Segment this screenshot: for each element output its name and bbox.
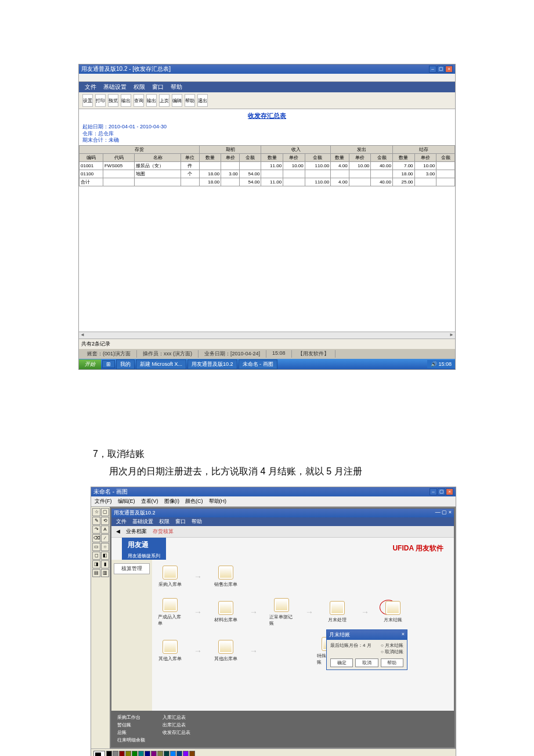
task-item[interactable]: 用友通普及版10.2: [187, 359, 237, 369]
picker-icon[interactable]: ↷: [92, 525, 100, 534]
tool-edit[interactable]: 编辑: [172, 94, 182, 107]
color-swatch[interactable]: [170, 751, 176, 756]
minimize-button[interactable]: –: [429, 66, 436, 73]
polygon-icon[interactable]: ▮: [101, 560, 109, 568]
tool-query[interactable]: 查询: [134, 94, 144, 107]
link-ar-detail-balance[interactable]: 往来明细余额: [117, 737, 145, 743]
tool-setup[interactable]: 设置: [82, 94, 93, 107]
brush-icon[interactable]: ▭: [92, 543, 100, 551]
current-colors-icon[interactable]: [93, 751, 105, 756]
flow-month-end-close[interactable]: 月末结账: [381, 601, 405, 623]
color-swatch[interactable]: [125, 751, 131, 756]
radio-cancel-close[interactable]: ○ 取消结账: [381, 649, 403, 655]
rect-icon[interactable]: ◨: [92, 560, 100, 568]
color-swatch[interactable]: [113, 751, 118, 756]
flow-material-issue[interactable]: 材料出库单: [214, 601, 238, 623]
tab-business-profile[interactable]: 业务档案: [126, 528, 147, 535]
emenu-window[interactable]: 窗口: [175, 518, 186, 525]
side-btn-costing-manage[interactable]: 核算管理: [114, 563, 150, 574]
color-swatch[interactable]: [119, 751, 125, 756]
table-row[interactable]: 01001FWS005服装品（女）件 11.0010.00110.00 4.00…: [80, 162, 455, 170]
flow-other-issue[interactable]: 其他出库单: [214, 640, 238, 662]
color-swatch[interactable]: [138, 751, 144, 756]
nav-back-icon[interactable]: ◀: [116, 528, 120, 534]
emenu-basic-setup[interactable]: 基础设置: [132, 518, 153, 525]
flow-purchase-receipt[interactable]: 采购入库单: [158, 566, 182, 588]
tool-output[interactable]: 输出: [146, 94, 157, 107]
embedded-window-controls[interactable]: — ▢ ×: [435, 509, 452, 517]
spray-icon[interactable]: ○: [101, 543, 109, 551]
flow-other-receipt[interactable]: 其他入库单: [158, 640, 182, 662]
link-receipt-summary[interactable]: 入库汇总表: [163, 714, 190, 721]
menu-view[interactable]: 查看(V): [141, 498, 158, 505]
color-swatch[interactable]: [189, 751, 195, 756]
system-tray[interactable]: 🔊 15:08: [427, 360, 455, 368]
task-item[interactable]: 未命名 - 画图: [239, 359, 277, 369]
link-issue-summary[interactable]: 出库汇总表: [163, 722, 190, 728]
menu-file[interactable]: 文件(F): [95, 498, 112, 505]
menu-image[interactable]: 图像(I): [164, 498, 180, 505]
minimize-button[interactable]: –: [430, 488, 437, 495]
line-icon[interactable]: ◻: [92, 552, 100, 560]
help-button[interactable]: 帮助: [381, 658, 403, 667]
link-rxi-summary[interactable]: 收发存汇总表: [163, 729, 190, 736]
flow-normal-voucher-post[interactable]: 正常单据记账: [269, 598, 294, 627]
menu-permissions[interactable]: 权限: [134, 83, 145, 91]
menu-help[interactable]: 帮助(H): [209, 498, 227, 505]
tool-help[interactable]: 帮助: [185, 94, 195, 107]
menu-edit[interactable]: 编辑(E): [118, 498, 135, 505]
rounded-rect-icon[interactable]: ▥: [101, 569, 109, 577]
color-swatch[interactable]: [176, 751, 182, 756]
menu-help[interactable]: 帮助: [171, 83, 182, 91]
tool-prev-page[interactable]: 上页: [159, 94, 169, 107]
color-swatch[interactable]: [145, 751, 150, 756]
main-menu-bar[interactable]: 文件 基础设置 权限 窗口 帮助: [79, 82, 455, 92]
maximize-button[interactable]: ▢: [437, 66, 445, 73]
link-purchase-workbench[interactable]: 采购工作台: [117, 714, 145, 721]
maximize-button[interactable]: ▢: [438, 488, 445, 495]
color-swatch[interactable]: [164, 751, 169, 756]
flow-month-end-process[interactable]: 月末处理: [325, 601, 349, 623]
color-swatch[interactable]: [183, 751, 189, 756]
flow-sales-issue[interactable]: 销售出库单: [214, 566, 238, 588]
curve-icon[interactable]: ◧: [101, 552, 109, 560]
start-button[interactable]: 开始: [79, 359, 101, 369]
link-general-ledger[interactable]: 总账: [117, 729, 145, 736]
flow-finished-goods-receipt[interactable]: 产成品入库单: [158, 598, 182, 627]
ellipse-icon[interactable]: ▤: [92, 569, 100, 577]
tool-export[interactable]: 输出: [121, 94, 131, 107]
dialog-titlebar[interactable]: 月末结账 ×: [327, 630, 407, 640]
tool-print[interactable]: 打印: [95, 94, 106, 107]
task-item[interactable]: 新建 Microsoft X...: [136, 359, 186, 369]
pencil-icon[interactable]: ∕: [101, 534, 109, 542]
emenu-file[interactable]: 文件: [116, 518, 127, 525]
close-button[interactable]: ×: [446, 488, 453, 495]
emenu-permissions[interactable]: 权限: [159, 518, 169, 525]
quicklaunch-icon[interactable]: ⊞: [102, 360, 115, 368]
cancel-button[interactable]: 取消: [355, 658, 378, 667]
emenu-help[interactable]: 帮助: [192, 518, 202, 525]
menu-window[interactable]: 窗口: [152, 83, 164, 91]
magnify-icon[interactable]: ⌫: [92, 534, 100, 542]
ok-button[interactable]: 确定: [330, 658, 353, 667]
color-swatch[interactable]: [157, 751, 163, 756]
tool-preview[interactable]: 预览: [108, 94, 118, 107]
rect-select-icon[interactable]: ▢: [101, 508, 109, 516]
color-swatch[interactable]: [106, 751, 112, 756]
color-swatch[interactable]: [151, 751, 157, 756]
eraser-icon[interactable]: ✎: [92, 517, 100, 525]
text-icon[interactable]: A: [101, 525, 109, 534]
paint-menu-bar[interactable]: 文件(F) 编辑(E) 查看(V) 图像(I) 颜色(C) 帮助(H): [91, 496, 456, 507]
embedded-menu-bar[interactable]: 文件 基础设置 权限 窗口 帮助: [111, 517, 454, 526]
task-item[interactable]: 我的: [116, 359, 135, 369]
close-button[interactable]: ×: [445, 66, 453, 73]
fill-icon[interactable]: ⟲: [101, 517, 109, 525]
link-estimate-account[interactable]: 暂估账: [117, 722, 145, 728]
menu-file[interactable]: 文件: [85, 83, 96, 91]
freeform-select-icon[interactable]: ☆: [92, 508, 100, 516]
color-swatch[interactable]: [132, 751, 138, 756]
horizontal-scrollbar[interactable]: [79, 332, 455, 339]
tab-inventory-costing[interactable]: 存货核算: [153, 528, 174, 535]
menu-colors[interactable]: 颜色(C): [185, 498, 203, 505]
menu-basic-setup[interactable]: 基础设置: [103, 83, 127, 91]
